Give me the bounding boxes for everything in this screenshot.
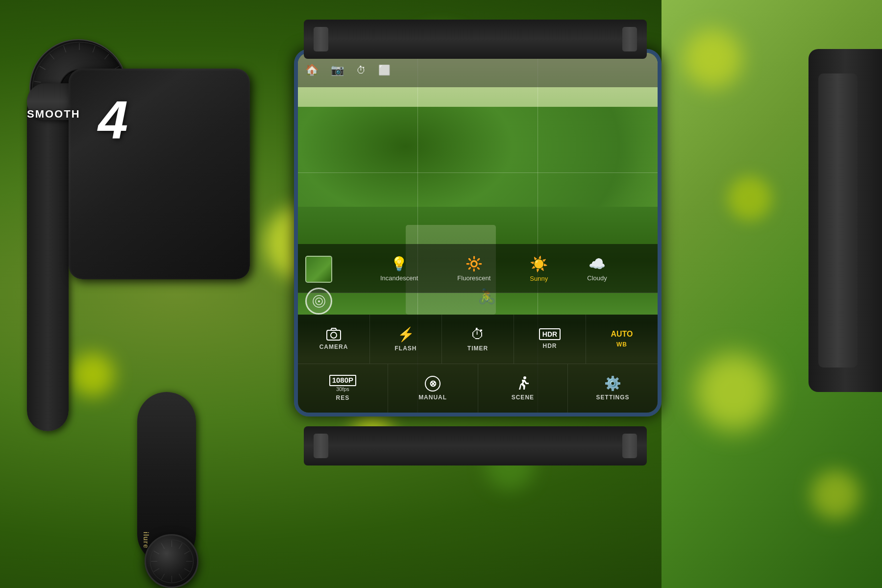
svg-line-32 xyxy=(184,568,190,572)
camera-btn[interactable]: CAMERA xyxy=(298,315,370,364)
res-badge: 1080P 30fps xyxy=(329,375,356,392)
flash-btn-label: FLASH xyxy=(395,345,417,352)
right-mount-bracket xyxy=(808,49,882,392)
phone-screen: 🚴 🏠 📷 ⏱ ⬜ xyxy=(298,53,658,413)
gallery-thumbnail[interactable] xyxy=(305,256,332,283)
home-icon[interactable]: 🏠 xyxy=(305,64,318,76)
phone-container: 🚴 🏠 📷 ⏱ ⬜ xyxy=(294,49,662,431)
timer-btn-label: TIMER xyxy=(467,345,488,352)
svg-line-35 xyxy=(161,574,165,579)
fluorescent-icon: 🔆 xyxy=(466,256,483,272)
cloudy-label: Cloudy xyxy=(587,274,607,282)
timer-btn[interactable]: ⏱ TIMER xyxy=(442,315,514,364)
wb-option-incandescent[interactable]: 💡 Incandescent xyxy=(380,256,418,282)
bottom-bottom-row: 1080P 30fps RES ⊗ MANUAL xyxy=(298,364,658,413)
res-sub-label: 30fps xyxy=(336,386,349,392)
svg-line-18 xyxy=(64,46,66,52)
hdr-btn[interactable]: HDR HDR xyxy=(514,315,586,364)
svg-line-2 xyxy=(93,46,95,52)
main-scene: // Draw radial lines - handled in JS bel… xyxy=(0,0,882,588)
camera-bottom-controls: CAMERA ⚡ FLASH ⏱ TIMER xyxy=(298,315,658,413)
svg-point-22 xyxy=(331,332,337,338)
wb-btn-label: WB xyxy=(616,341,627,348)
scene-btn-label: SCENE xyxy=(512,394,534,401)
svg-line-33 xyxy=(179,574,182,579)
incandescent-label: Incandescent xyxy=(380,274,418,282)
bottom-top-row: CAMERA ⚡ FLASH ⏱ TIMER xyxy=(298,315,658,364)
res-btn[interactable]: 1080P 30fps RES xyxy=(298,364,388,413)
gimbal-left-arm xyxy=(27,88,69,431)
fluorescent-label: Fluorescent xyxy=(457,274,490,282)
svg-line-3 xyxy=(104,54,109,59)
bokeh-circle-2 xyxy=(71,353,115,397)
wb-option-fluorescent[interactable]: 🔆 Fluorescent xyxy=(457,256,490,282)
phone-body: 🚴 🏠 📷 ⏱ ⬜ xyxy=(294,49,662,416)
svg-line-16 xyxy=(40,66,46,70)
photo-mode-icon[interactable]: 📷 xyxy=(331,64,344,76)
res-main-label: 1080P xyxy=(329,375,356,386)
incandescent-icon: 💡 xyxy=(391,256,408,272)
svg-line-38 xyxy=(154,551,159,554)
res-btn-label: RES xyxy=(336,394,350,401)
manual-btn[interactable]: ⊗ MANUAL xyxy=(388,364,478,413)
svg-line-39 xyxy=(161,543,165,549)
svg-point-23 xyxy=(523,376,526,379)
camera-btn-label: CAMERA xyxy=(319,343,348,350)
hdr-btn-label: HDR xyxy=(543,343,557,349)
scene-icon xyxy=(514,376,531,392)
phone-bottom-clamp xyxy=(304,426,647,466)
settings-btn-label: SETTINGS xyxy=(596,394,630,401)
wb-option-cloudy[interactable]: ☁️ Cloudy xyxy=(587,256,607,282)
hdr-badge: HDR xyxy=(539,328,561,340)
capture-button[interactable] xyxy=(305,288,332,315)
target-icon xyxy=(312,294,326,309)
cloudy-icon: ☁️ xyxy=(588,256,606,272)
brand-label: SMOOTH xyxy=(27,108,80,121)
left-capture-area xyxy=(305,256,344,315)
camera-icon xyxy=(326,327,342,341)
settings-btn[interactable]: ⚙️ SETTINGS xyxy=(568,364,658,413)
fullscreen-icon[interactable]: ⬜ xyxy=(378,64,391,76)
flash-icon: ⚡ xyxy=(397,326,415,343)
manual-btn-label: MANUAL xyxy=(418,394,447,401)
phone-top-clamp xyxy=(304,20,647,59)
svg-line-15 xyxy=(34,81,41,82)
model-number: 4 xyxy=(98,88,128,150)
top-timer-icon[interactable]: ⏱ xyxy=(356,65,366,76)
side-button[interactable] xyxy=(294,215,294,249)
sunny-icon: ☀️ xyxy=(530,255,548,272)
sunny-label: Sunny xyxy=(530,275,548,282)
wb-btn[interactable]: AUTO WB xyxy=(586,315,658,364)
settings-icon: ⚙️ xyxy=(604,375,621,392)
wb-selector: ‹ 💡 Incandescent 🔆 Fluorescent ☀️ S xyxy=(298,244,658,293)
timer-icon: ⏱ xyxy=(471,326,485,343)
wb-option-sunny[interactable]: ☀️ Sunny xyxy=(530,255,548,282)
svg-line-36 xyxy=(154,568,159,572)
flash-btn[interactable]: ⚡ FLASH xyxy=(370,315,442,364)
svg-line-17 xyxy=(50,54,54,59)
gimbal-bottom-knob xyxy=(145,534,198,588)
auto-wb-label: AUTO xyxy=(611,330,633,339)
scene-btn[interactable]: SCENE xyxy=(478,364,568,413)
gimbal-motor-body xyxy=(69,69,250,279)
svg-line-30 xyxy=(184,551,190,554)
svg-line-29 xyxy=(179,543,182,549)
svg-point-26 xyxy=(318,300,320,302)
manual-icon: ⊗ xyxy=(425,376,441,392)
